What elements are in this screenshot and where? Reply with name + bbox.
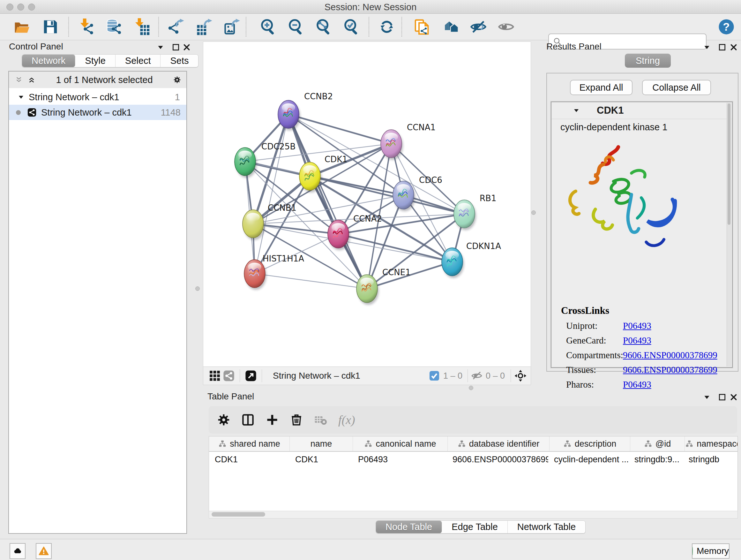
table-cell[interactable]: P06493 [352, 455, 447, 464]
table-settings-gear-icon[interactable] [214, 411, 233, 429]
bottom-splitter-handle[interactable] [469, 386, 473, 390]
collapse-all-icon[interactable] [13, 74, 24, 85]
column-header-description[interactable]: description [549, 436, 630, 451]
fit-selected-crosshair-icon[interactable] [514, 369, 528, 383]
crosslink-row: Compartments: 9606.ENSP00000378699 [561, 350, 727, 361]
zoom-selected-icon[interactable] [342, 18, 360, 36]
main-toolbar: ? [0, 14, 741, 40]
crosslink-link[interactable]: P06493 [623, 335, 651, 346]
column-header-database-identifier[interactable]: database identifier [448, 436, 549, 451]
network-collection-row[interactable]: String Network – cdk1 1 [9, 89, 186, 105]
show-columns-icon[interactable] [239, 411, 257, 429]
save-session-icon[interactable] [42, 18, 59, 36]
network-edge-CCNB1-CCNA2[interactable] [253, 224, 338, 234]
table-cell[interactable]: 9606.ENSP00000378699 [447, 455, 548, 464]
clone-network-icon[interactable] [413, 18, 431, 36]
export-table-icon[interactable] [195, 18, 213, 36]
network-node-CDKN1A[interactable]: CDKN1A [442, 241, 501, 278]
help-button[interactable]: ? [718, 18, 735, 36]
first-neighbors-icon[interactable] [441, 18, 459, 36]
results-panel-float-icon[interactable] [717, 42, 728, 53]
column-header-@id[interactable]: @id [630, 436, 685, 451]
import-table-icon[interactable] [133, 18, 151, 36]
table-cell[interactable]: cyclin-dependent ... [548, 455, 629, 464]
tab-string[interactable]: String [625, 54, 671, 68]
control-panel-menu-icon[interactable] [155, 42, 166, 53]
tree-options-gear-icon[interactable] [172, 74, 183, 85]
table-row[interactable]: CDK1CDK1P064939606.ENSP00000378699cyclin… [209, 452, 738, 467]
refresh-icon[interactable] [378, 18, 396, 36]
collapse-all-button[interactable]: Collapse All [642, 80, 711, 95]
open-external-icon[interactable] [244, 369, 258, 383]
left-splitter-handle[interactable] [195, 287, 200, 291]
protein-header-row[interactable]: CDK1 [551, 102, 732, 119]
tab-node-table[interactable]: Node Table [376, 521, 442, 533]
hidden-eye-slash-icon[interactable] [470, 369, 484, 383]
collection-expander-icon[interactable] [17, 93, 25, 101]
results-scrollbar[interactable] [727, 103, 731, 367]
network-node-CCNA1[interactable]: CCNA1 [381, 123, 435, 160]
show-all-icon[interactable] [497, 18, 515, 36]
table-panel-float-icon[interactable] [717, 392, 728, 402]
tab-network-table[interactable]: Network Table [508, 521, 585, 533]
results-panel-close-icon[interactable] [728, 42, 739, 53]
zoom-out-icon[interactable] [287, 18, 305, 36]
table-cell[interactable]: stringdb [683, 455, 738, 464]
string-share-icon[interactable] [222, 369, 236, 383]
crosslink-link[interactable]: 9606.ENSP00000378699 [623, 350, 718, 361]
cloud-button[interactable] [10, 543, 25, 559]
control-panel-float-icon[interactable] [171, 42, 181, 53]
tab-style[interactable]: Style [75, 55, 115, 67]
export-network-icon[interactable] [167, 18, 185, 36]
network-node-CCNE1[interactable]: CCNE1 [356, 267, 411, 305]
table-horizontal-scrollbar[interactable] [209, 511, 738, 518]
table-panel-close-icon[interactable] [728, 392, 739, 402]
network-edge-HIST1H1A-CCNE1[interactable] [255, 273, 367, 289]
tab-select[interactable]: Select [116, 55, 161, 67]
control-panel-close-icon[interactable] [181, 42, 192, 53]
protein-expander-icon[interactable] [572, 107, 580, 114]
table-panel-menu-icon[interactable] [701, 392, 712, 402]
zoom-fit-icon[interactable] [315, 18, 333, 36]
tab-sets[interactable]: Sets [160, 55, 198, 67]
network-row-selected[interactable]: String Network – cdk1 11 48 [9, 105, 186, 120]
application-window: Session: New Session ? [0, 0, 741, 560]
network-node-RB1[interactable]: RB1 [454, 193, 496, 230]
import-network-icon[interactable] [77, 18, 95, 36]
import-network-database-icon[interactable] [105, 18, 123, 36]
network-edge-CCNB2-HIST1H1A[interactable] [255, 114, 288, 273]
column-header-name[interactable]: name [290, 436, 353, 451]
node-count: 11 [161, 107, 171, 118]
tab-network[interactable]: Network [22, 55, 75, 67]
right-splitter-handle[interactable] [531, 210, 536, 215]
column-header-canonical-name[interactable]: canonical name [353, 436, 448, 451]
birdseye-grid-icon[interactable] [208, 369, 222, 383]
expand-all-icon[interactable] [26, 74, 37, 85]
crosslink-link[interactable]: P06493 [623, 320, 651, 331]
results-panel-menu-icon[interactable] [701, 42, 712, 53]
table-cell[interactable]: stringdb:9... [629, 455, 683, 464]
column-header-namespace[interactable]: namespace [685, 436, 738, 451]
network-edge-CCNB2-CCNA1[interactable] [288, 114, 391, 144]
table-cell[interactable]: CDK1 [209, 455, 289, 464]
export-image-icon[interactable] [223, 18, 241, 36]
network-node-CDC25B[interactable]: CDC25B [234, 142, 295, 178]
open-session-icon[interactable] [13, 18, 30, 36]
add-column-icon[interactable] [263, 411, 281, 429]
crosslink-link[interactable]: P06493 [623, 379, 651, 390]
tab-edge-table[interactable]: Edge Table [442, 521, 508, 533]
zoom-in-icon[interactable] [259, 18, 277, 36]
crosslink-link[interactable]: 9606.ENSP00000378699 [623, 365, 718, 375]
toolbar-separator [401, 17, 402, 37]
svg-text:RB1: RB1 [480, 193, 496, 203]
warning-button[interactable] [36, 543, 52, 559]
column-hierarchy-icon [563, 440, 571, 448]
memory-button[interactable]: Memory [692, 543, 730, 559]
network-canvas[interactable]: CCNB2 CCNA1 CDC25B CDK1 CDC6 [203, 42, 531, 367]
delete-column-icon[interactable] [287, 411, 306, 429]
expand-all-button[interactable]: Expand All [570, 80, 632, 95]
selected-checkbox-icon[interactable] [427, 369, 441, 383]
table-cell[interactable]: CDK1 [289, 455, 352, 464]
column-header-shared-name[interactable]: shared name [209, 436, 290, 451]
hide-selected-icon[interactable] [469, 18, 487, 36]
